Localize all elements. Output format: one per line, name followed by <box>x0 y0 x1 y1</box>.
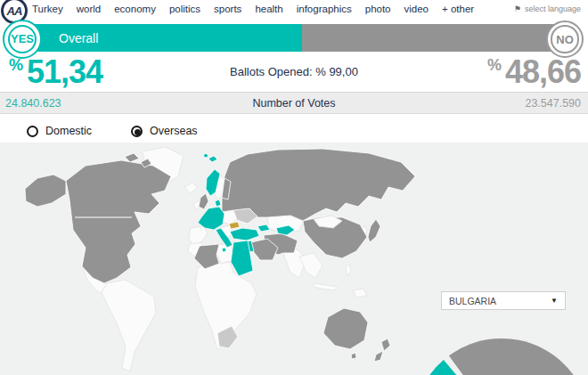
select-language[interactable]: ⚑ select language <box>514 4 581 13</box>
bar-label: Overall <box>59 24 98 52</box>
nav-menu: Turkey world economy politics sports hea… <box>32 4 474 14</box>
select-language-label: select language <box>525 4 581 13</box>
radio-domestic-label: Domestic <box>45 125 92 137</box>
map-region-new-zealand[interactable] <box>374 351 383 362</box>
no-percent-value: 48,66 <box>505 53 581 90</box>
country-gauge-chart <box>408 325 588 375</box>
map-region-philippines[interactable] <box>346 264 351 276</box>
nav-item-politics[interactable]: politics <box>169 4 200 14</box>
flag-icon: ⚑ <box>514 4 521 13</box>
map-region-iceland[interactable] <box>184 183 198 193</box>
ballots-value: % 99,00 <box>315 65 358 78</box>
referendum-results-page: AA Turkey world economy politics sports … <box>0 0 588 375</box>
map-region-svalbard[interactable] <box>203 153 208 158</box>
nav-item-photo[interactable]: photo <box>365 4 391 14</box>
nav-item-health[interactable]: health <box>255 4 282 14</box>
radio-domestic[interactable]: Domestic <box>27 125 92 137</box>
radio-overseas-label: Overseas <box>150 125 198 137</box>
map-region-indonesia[interactable] <box>314 283 337 290</box>
no-votes: 23.547.590 <box>525 97 581 110</box>
map-region-turkey[interactable] <box>230 228 259 240</box>
radio-circle-icon <box>131 126 143 137</box>
ballots-label: Ballots Opened: <box>230 65 313 78</box>
map-region-new-guinea[interactable] <box>353 289 367 298</box>
map-region-alaska[interactable] <box>25 175 66 207</box>
yes-badge: YES <box>3 20 42 59</box>
nav-item-economy[interactable]: economy <box>114 4 156 14</box>
no-percent: %48,66 <box>484 53 581 91</box>
map-region-japan[interactable] <box>368 219 380 242</box>
map-region-new-zealand[interactable] <box>381 338 390 351</box>
gauge-no-wedge <box>449 338 588 375</box>
map-region-australia[interactable] <box>323 308 368 349</box>
map-region-arctic-islands[interactable] <box>125 153 139 162</box>
no-badge: NO <box>546 20 584 58</box>
country-dropdown-value: BULGARIA <box>449 296 496 306</box>
nav-item-video[interactable]: video <box>404 4 429 14</box>
overall-result-bar: Overall <box>32 24 559 52</box>
chevron-down-icon: ▼ <box>551 297 558 305</box>
yes-badge-text: YES <box>8 25 37 54</box>
nav-item-other[interactable]: + other <box>442 4 474 14</box>
scope-filter: Domestic Overseas <box>27 125 198 137</box>
nav-item-world[interactable]: world <box>77 4 101 14</box>
world-map[interactable] <box>0 143 437 375</box>
country-dropdown[interactable]: BULGARIA ▼ <box>441 291 566 310</box>
nav-item-infographics[interactable]: infographics <box>297 4 352 14</box>
nav-item-turkey[interactable]: Turkey <box>32 4 63 14</box>
map-region-south-america[interactable] <box>102 280 156 371</box>
no-badge-text: NO <box>551 25 578 53</box>
map-region-iberia[interactable] <box>189 226 208 244</box>
nav-item-sports[interactable]: sports <box>214 4 241 14</box>
map-region-canada-usa[interactable] <box>66 160 171 283</box>
map-region-svalbard[interactable] <box>208 156 217 162</box>
percent-sign: % <box>487 56 502 74</box>
radio-overseas[interactable]: Overseas <box>131 125 198 137</box>
votes-label: Number of Votes <box>0 97 588 110</box>
map-section: BULGARIA ▼ Yes No %28,65 %71,35 365 909 <box>0 143 588 375</box>
radio-circle-icon <box>27 126 38 137</box>
votes-band: 24.840.623 Number of Votes 23.547.590 <box>0 92 588 114</box>
top-navigation: AA Turkey world economy politics sports … <box>0 0 588 21</box>
map-region-uk[interactable] <box>199 193 208 209</box>
yes-votes: 24.840.623 <box>5 97 61 110</box>
map-region-azerbaijan[interactable] <box>257 224 270 232</box>
map-region-denmark[interactable] <box>215 200 221 207</box>
map-region-sicily[interactable] <box>222 248 226 252</box>
map-region-tasmania[interactable] <box>351 353 356 359</box>
